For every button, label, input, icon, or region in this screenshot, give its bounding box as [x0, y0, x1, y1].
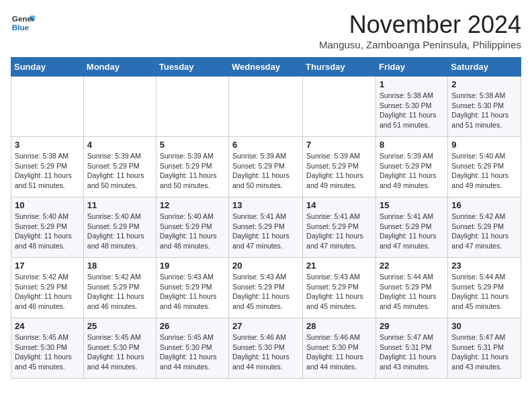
day-info: Sunrise: 5:39 AMSunset: 5:29 PMDaylight:…	[160, 151, 225, 191]
day-number: 22	[380, 261, 444, 271]
day-info: Sunrise: 5:38 AMSunset: 5:29 PMDaylight:…	[15, 151, 80, 191]
day-info: Sunrise: 5:42 AMSunset: 5:29 PMDaylight:…	[15, 272, 80, 312]
calendar-cell: 18Sunrise: 5:42 AMSunset: 5:29 PMDayligh…	[83, 258, 156, 318]
calendar-cell: 23Sunrise: 5:44 AMSunset: 5:29 PMDayligh…	[448, 258, 521, 318]
calendar-cell: 13Sunrise: 5:41 AMSunset: 5:29 PMDayligh…	[229, 197, 303, 258]
calendar-week-2: 3Sunrise: 5:38 AMSunset: 5:29 PMDaylight…	[11, 137, 521, 197]
calendar-cell: 4Sunrise: 5:39 AMSunset: 5:29 PMDaylight…	[83, 137, 156, 197]
logo-icon: General Blue	[11, 11, 35, 35]
day-info: Sunrise: 5:44 AMSunset: 5:29 PMDaylight:…	[451, 272, 517, 312]
calendar-cell: 1Sunrise: 5:38 AMSunset: 5:30 PMDaylight…	[375, 77, 447, 137]
day-number: 9	[451, 140, 517, 150]
day-info: Sunrise: 5:39 AMSunset: 5:29 PMDaylight:…	[232, 151, 299, 191]
day-number: 17	[15, 261, 80, 271]
day-info: Sunrise: 5:43 AMSunset: 5:29 PMDaylight:…	[306, 272, 372, 312]
day-number: 28	[306, 321, 372, 331]
day-number: 5	[160, 140, 225, 150]
day-info: Sunrise: 5:47 AMSunset: 5:31 PMDaylight:…	[451, 332, 517, 372]
day-info: Sunrise: 5:39 AMSunset: 5:29 PMDaylight:…	[87, 151, 152, 191]
weekday-header-row: SundayMondayTuesdayWednesdayThursdayFrid…	[11, 58, 521, 77]
day-number: 11	[87, 200, 152, 210]
calendar-cell: 9Sunrise: 5:40 AMSunset: 5:29 PMDaylight…	[448, 137, 521, 197]
calendar-week-3: 10Sunrise: 5:40 AMSunset: 5:29 PMDayligh…	[11, 197, 521, 258]
calendar-week-5: 24Sunrise: 5:45 AMSunset: 5:30 PMDayligh…	[11, 318, 521, 379]
day-info: Sunrise: 5:40 AMSunset: 5:29 PMDaylight:…	[87, 212, 152, 251]
day-number: 27	[232, 321, 299, 331]
day-info: Sunrise: 5:39 AMSunset: 5:29 PMDaylight:…	[380, 151, 444, 191]
calendar-cell: 20Sunrise: 5:43 AMSunset: 5:29 PMDayligh…	[229, 258, 303, 318]
day-info: Sunrise: 5:42 AMSunset: 5:29 PMDaylight:…	[87, 272, 152, 312]
day-info: Sunrise: 5:47 AMSunset: 5:31 PMDaylight:…	[380, 332, 444, 372]
day-number: 20	[232, 261, 299, 271]
calendar-cell: 14Sunrise: 5:41 AMSunset: 5:29 PMDayligh…	[303, 197, 376, 258]
day-number: 29	[380, 321, 444, 331]
day-info: Sunrise: 5:43 AMSunset: 5:29 PMDaylight:…	[160, 272, 225, 312]
day-number: 23	[451, 261, 517, 271]
calendar-cell: 2Sunrise: 5:38 AMSunset: 5:30 PMDaylight…	[448, 77, 521, 137]
calendar-cell: 7Sunrise: 5:39 AMSunset: 5:29 PMDaylight…	[303, 137, 376, 197]
calendar-cell	[303, 77, 376, 137]
day-number: 10	[15, 200, 80, 210]
calendar-cell: 22Sunrise: 5:44 AMSunset: 5:29 PMDayligh…	[375, 258, 447, 318]
calendar-week-4: 17Sunrise: 5:42 AMSunset: 5:29 PMDayligh…	[11, 258, 521, 318]
calendar-cell: 27Sunrise: 5:46 AMSunset: 5:30 PMDayligh…	[229, 318, 303, 379]
calendar-cell: 12Sunrise: 5:40 AMSunset: 5:29 PMDayligh…	[156, 197, 228, 258]
calendar-cell: 8Sunrise: 5:39 AMSunset: 5:29 PMDaylight…	[375, 137, 447, 197]
calendar-cell: 19Sunrise: 5:43 AMSunset: 5:29 PMDayligh…	[156, 258, 228, 318]
calendar-cell	[83, 77, 156, 137]
svg-text:Blue: Blue	[12, 23, 30, 32]
day-number: 6	[232, 140, 299, 150]
day-info: Sunrise: 5:40 AMSunset: 5:29 PMDaylight:…	[15, 212, 80, 251]
calendar-cell	[11, 77, 84, 137]
calendar-cell: 30Sunrise: 5:47 AMSunset: 5:31 PMDayligh…	[448, 318, 521, 379]
calendar-cell: 17Sunrise: 5:42 AMSunset: 5:29 PMDayligh…	[11, 258, 84, 318]
calendar-cell: 28Sunrise: 5:46 AMSunset: 5:30 PMDayligh…	[303, 318, 376, 379]
day-info: Sunrise: 5:41 AMSunset: 5:29 PMDaylight:…	[232, 212, 299, 251]
day-info: Sunrise: 5:39 AMSunset: 5:29 PMDaylight:…	[306, 151, 372, 191]
day-number: 21	[306, 261, 372, 271]
logo: General Blue	[11, 11, 35, 35]
day-number: 7	[306, 140, 372, 150]
day-info: Sunrise: 5:46 AMSunset: 5:30 PMDaylight:…	[232, 332, 299, 372]
day-info: Sunrise: 5:44 AMSunset: 5:29 PMDaylight:…	[380, 272, 444, 312]
calendar-cell: 5Sunrise: 5:39 AMSunset: 5:29 PMDaylight…	[156, 137, 228, 197]
day-number: 12	[160, 200, 225, 210]
month-year-title: November 2024	[319, 11, 521, 39]
day-number: 26	[160, 321, 225, 331]
weekday-header-monday: Monday	[83, 58, 156, 77]
day-number: 14	[306, 200, 372, 210]
day-info: Sunrise: 5:38 AMSunset: 5:30 PMDaylight:…	[380, 91, 444, 130]
day-number: 2	[451, 79, 517, 89]
day-info: Sunrise: 5:41 AMSunset: 5:29 PMDaylight:…	[380, 212, 444, 251]
weekday-header-saturday: Saturday	[448, 58, 521, 77]
location-subtitle: Mangusu, Zamboanga Peninsula, Philippine…	[319, 39, 521, 50]
calendar-cell: 21Sunrise: 5:43 AMSunset: 5:29 PMDayligh…	[303, 258, 376, 318]
day-number: 3	[15, 140, 80, 150]
calendar-cell	[229, 77, 303, 137]
page-header: General Blue November 2024 Mangusu, Zamb…	[11, 11, 521, 50]
calendar-cell: 26Sunrise: 5:45 AMSunset: 5:30 PMDayligh…	[156, 318, 228, 379]
calendar-cell: 10Sunrise: 5:40 AMSunset: 5:29 PMDayligh…	[11, 197, 84, 258]
day-number: 24	[15, 321, 80, 331]
day-info: Sunrise: 5:45 AMSunset: 5:30 PMDaylight:…	[160, 332, 225, 372]
day-info: Sunrise: 5:38 AMSunset: 5:30 PMDaylight:…	[451, 91, 517, 130]
day-info: Sunrise: 5:45 AMSunset: 5:30 PMDaylight:…	[87, 332, 152, 372]
day-info: Sunrise: 5:40 AMSunset: 5:29 PMDaylight:…	[451, 151, 517, 191]
day-info: Sunrise: 5:45 AMSunset: 5:30 PMDaylight:…	[15, 332, 80, 372]
calendar-cell: 11Sunrise: 5:40 AMSunset: 5:29 PMDayligh…	[83, 197, 156, 258]
day-number: 25	[87, 321, 152, 331]
weekday-header-friday: Friday	[375, 58, 447, 77]
day-number: 30	[451, 321, 517, 331]
calendar-cell	[156, 77, 228, 137]
day-info: Sunrise: 5:43 AMSunset: 5:29 PMDaylight:…	[232, 272, 299, 312]
calendar-table: SundayMondayTuesdayWednesdayThursdayFrid…	[11, 57, 521, 379]
weekday-header-thursday: Thursday	[303, 58, 376, 77]
calendar-cell: 15Sunrise: 5:41 AMSunset: 5:29 PMDayligh…	[375, 197, 447, 258]
calendar-cell: 16Sunrise: 5:42 AMSunset: 5:29 PMDayligh…	[448, 197, 521, 258]
day-info: Sunrise: 5:40 AMSunset: 5:29 PMDaylight:…	[160, 212, 225, 251]
calendar-cell: 24Sunrise: 5:45 AMSunset: 5:30 PMDayligh…	[11, 318, 84, 379]
day-info: Sunrise: 5:41 AMSunset: 5:29 PMDaylight:…	[306, 212, 372, 251]
day-number: 13	[232, 200, 299, 210]
calendar-cell: 3Sunrise: 5:38 AMSunset: 5:29 PMDaylight…	[11, 137, 84, 197]
day-number: 19	[160, 261, 225, 271]
